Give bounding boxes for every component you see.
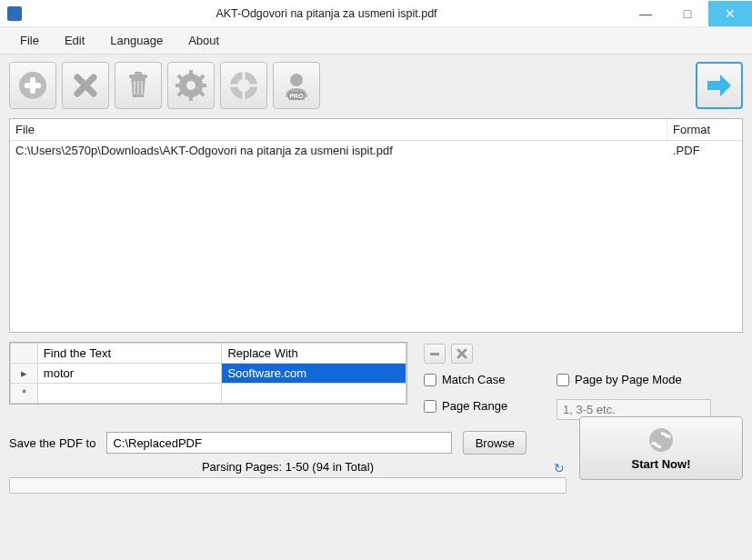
- progress-area: Parsing Pages: 1-50 (94 in Total) ↻: [9, 460, 567, 494]
- page-range-checkbox[interactable]: [424, 400, 436, 413]
- parsing-text: Parsing Pages: 1-50 (94 in Total): [202, 460, 374, 474]
- settings-button[interactable]: [167, 62, 215, 109]
- spinner-icon: ↻: [554, 461, 565, 475]
- start-button[interactable]: Start Now!: [579, 416, 743, 480]
- menu-language[interactable]: Language: [97, 29, 175, 52]
- replace-cell[interactable]: Sooftware.com: [222, 364, 406, 384]
- parsing-status: Parsing Pages: 1-50 (94 in Total) ↻: [9, 460, 567, 474]
- options-panel: Match Case Page Range Page by Page Mode: [424, 342, 711, 420]
- find-cell[interactable]: motor: [37, 364, 222, 384]
- app-icon: [7, 6, 22, 21]
- gear-icon: [175, 70, 206, 101]
- add-button[interactable]: [9, 62, 56, 109]
- page-range-label: Page Range: [442, 399, 507, 413]
- file-table[interactable]: File Format C:\Users\2570p\Downloads\AKT…: [9, 118, 743, 333]
- window-buttons: — □ ✕: [625, 1, 752, 26]
- help-button[interactable]: [220, 62, 267, 109]
- progress-bar: [9, 477, 567, 494]
- svg-rect-6: [135, 72, 142, 75]
- page-by-page-label: Page by Page Mode: [575, 373, 682, 386]
- match-case-option[interactable]: Match Case: [424, 373, 540, 386]
- delete-button[interactable]: [115, 62, 162, 109]
- svg-text:PRO: PRO: [289, 93, 304, 99]
- toolbar-spacer: [326, 62, 690, 109]
- svg-rect-12: [189, 70, 193, 75]
- find-cell[interactable]: [37, 384, 222, 404]
- refresh-icon: [647, 426, 675, 454]
- bottom-row: Parsing Pages: 1-50 (94 in Total) ↻ Star…: [9, 460, 743, 494]
- page-range-option[interactable]: Page Range: [424, 399, 540, 413]
- x-icon: [70, 70, 101, 101]
- menubar: File Edit Language About: [0, 27, 752, 55]
- arrow-right-icon: [704, 70, 735, 101]
- close-button[interactable]: ✕: [708, 1, 752, 26]
- page-by-page-checkbox[interactable]: [556, 374, 569, 386]
- find-header[interactable]: Find the Text: [37, 344, 222, 364]
- lifebuoy-icon: [228, 70, 259, 101]
- next-button[interactable]: [696, 62, 743, 109]
- replace-table[interactable]: Find the Text Replace With ▸ motor Sooft…: [9, 342, 407, 405]
- remove-button[interactable]: [62, 62, 109, 109]
- svg-point-21: [237, 79, 250, 92]
- svg-rect-15: [201, 84, 206, 87]
- match-case-checkbox[interactable]: [424, 374, 436, 386]
- file-column-header[interactable]: File: [10, 119, 667, 140]
- file-table-row[interactable]: C:\Users\2570p\Downloads\AKT-Odgovori na…: [10, 141, 742, 160]
- pro-icon: PRO: [281, 70, 312, 101]
- svg-rect-2: [25, 83, 41, 88]
- svg-rect-13: [189, 95, 193, 101]
- save-label: Save the PDF to: [9, 436, 95, 450]
- menu-edit[interactable]: Edit: [52, 29, 97, 52]
- clear-rows-button[interactable]: [451, 344, 473, 364]
- x-small-icon: [456, 347, 468, 360]
- menu-about[interactable]: About: [175, 29, 232, 52]
- replace-cell[interactable]: [222, 384, 406, 404]
- browse-button[interactable]: Browse: [463, 431, 526, 455]
- format-column-header[interactable]: Format: [667, 119, 742, 140]
- titlebar: AKT-Odgovori na pitanja za usmeni ispit.…: [0, 0, 752, 27]
- replace-table-wrap: Find the Text Replace With ▸ motor Sooft…: [9, 342, 407, 420]
- content-area: PRO File Format C:\Users\2570p\Downloads…: [0, 55, 752, 560]
- file-table-header: File Format: [10, 119, 742, 141]
- start-label: Start Now!: [632, 457, 691, 471]
- file-cell: C:\Users\2570p\Downloads\AKT-Odgovori na…: [10, 141, 667, 160]
- minimize-button[interactable]: —: [625, 1, 667, 26]
- row-marker: ▸: [11, 364, 38, 384]
- row-header-blank: [11, 344, 38, 364]
- toolbar: PRO: [9, 62, 743, 109]
- svg-rect-14: [175, 84, 181, 87]
- table-row[interactable]: *: [11, 384, 406, 404]
- svg-point-26: [290, 74, 303, 86]
- lower-panel: Find the Text Replace With ▸ motor Sooft…: [9, 342, 743, 420]
- replace-header[interactable]: Replace With: [222, 344, 406, 364]
- pro-button[interactable]: PRO: [273, 62, 320, 109]
- plus-icon: [17, 70, 48, 101]
- svg-point-32: [649, 428, 673, 452]
- row-marker: *: [11, 384, 38, 404]
- mini-buttons: [424, 344, 711, 364]
- maximize-button[interactable]: □: [667, 1, 708, 26]
- page-by-page-option[interactable]: Page by Page Mode: [556, 373, 711, 386]
- minus-icon: [428, 347, 441, 360]
- remove-row-button[interactable]: [424, 344, 446, 364]
- svg-point-11: [186, 81, 196, 90]
- save-path-input[interactable]: [106, 432, 452, 454]
- format-cell: .PDF: [667, 141, 742, 160]
- table-row[interactable]: ▸ motor Sooftware.com: [11, 364, 406, 384]
- svg-rect-29: [430, 353, 439, 355]
- window-title: AKT-Odgovori na pitanja za usmeni ispit.…: [28, 7, 625, 20]
- menu-file[interactable]: File: [7, 29, 52, 52]
- match-case-label: Match Case: [442, 373, 505, 386]
- trash-icon: [123, 70, 154, 101]
